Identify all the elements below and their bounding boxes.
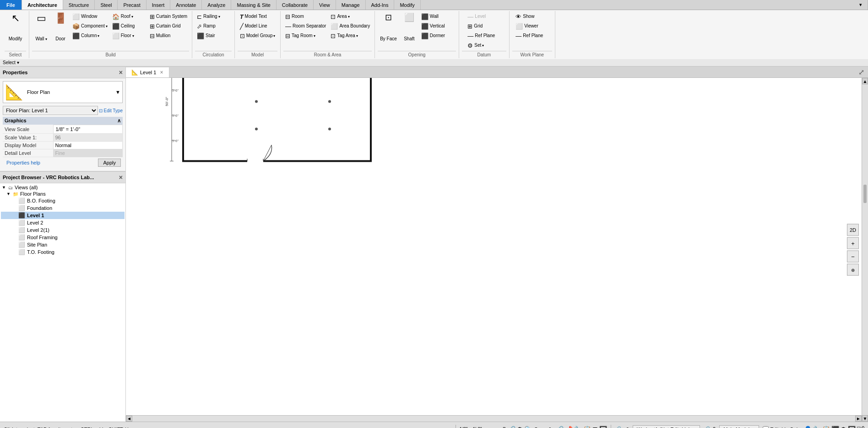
zoom-region-button[interactable]: ⊕ <box>847 264 859 276</box>
level1-tab[interactable]: 📐 Level 1 × <box>126 67 169 77</box>
model-select[interactable]: Main Model <box>719 425 759 428</box>
status-icon-12[interactable]: ⊞ <box>592 426 598 428</box>
status-right-icon-4[interactable]: ⬛ <box>831 426 839 428</box>
tree-floor-plans[interactable]: ▼ 📁 Floor Plans <box>1 191 125 197</box>
status-icon-2[interactable]: 🔗 <box>508 426 515 428</box>
tab-collaborate[interactable]: Collaborate <box>277 0 314 10</box>
status-icon-8[interactable]: 🔗 <box>556 426 564 428</box>
apply-button[interactable]: Apply <box>98 159 121 167</box>
edit-type-button[interactable]: ⊡ Edit Type <box>99 108 123 113</box>
workset-select[interactable]: Workset1 (Not Editable) <box>633 425 700 428</box>
scroll-down-button[interactable]: ▼ <box>862 415 868 422</box>
status-icon-1[interactable]: 🖨 <box>500 426 506 428</box>
views-expand[interactable]: ▼ <box>2 185 6 190</box>
status-icon-13[interactable]: 🔲 <box>599 426 607 428</box>
curtain-system-button[interactable]: ⊞ Curtain System <box>148 12 189 21</box>
ramp-button[interactable]: ⬀ Ramp <box>195 22 232 31</box>
tree-level-2-1[interactable]: ⬜ Level 2(1) <box>1 226 125 234</box>
roof-button[interactable]: 🏠 Roof▾ <box>110 12 147 21</box>
status-right-icon-6[interactable]: 🔲 <box>848 426 856 428</box>
floor-button[interactable]: ⬜ Floor▾ <box>110 31 147 40</box>
tab-view[interactable]: View <box>314 0 336 10</box>
tab-insert[interactable]: Insert <box>146 0 171 10</box>
ref-plane-button[interactable]: — Ref Plane <box>466 31 502 40</box>
tree-to-footing[interactable]: ⬜ T.O. Footing <box>1 248 125 256</box>
scroll-left-button[interactable]: ◄ <box>126 416 132 422</box>
editable-only-checkbox[interactable] <box>763 426 769 428</box>
tab-steel[interactable]: Steel <box>95 0 118 10</box>
show-button[interactable]: 👁 Show <box>514 12 550 21</box>
tag-area-button[interactable]: ⊡ Tag Area▾ <box>329 31 372 40</box>
mullion-button[interactable]: ⊟ Mullion <box>148 31 189 40</box>
tag-room-button[interactable]: ⊟ Tag Room▾ <box>283 31 328 40</box>
tree-bo-footing[interactable]: ⬜ B.O. Footing <box>1 197 125 204</box>
tree-roof-framing[interactable]: ⬜ Roof Framing <box>1 234 125 241</box>
ref-plane2-button[interactable]: — Ref Plane <box>514 31 550 40</box>
component-button[interactable]: 📦 Component▾ <box>71 22 109 31</box>
status-icon-5[interactable]: ⊕ <box>533 426 539 428</box>
floor-plan-select[interactable]: Floor Plan: Level 1 <box>3 106 98 115</box>
tab-addins[interactable]: Add-Ins <box>366 0 395 10</box>
zoom-fit-button[interactable]: 2D <box>847 224 859 236</box>
status-icon-9[interactable]: 📌 <box>565 426 573 428</box>
wall-button[interactable]: ▭ Wall▾ <box>32 12 50 43</box>
grid-button[interactable]: ⊞ Grid <box>466 22 502 31</box>
status-right-icon-5[interactable]: ⚙ <box>841 426 846 428</box>
level-button[interactable]: — Level <box>466 12 502 21</box>
by-face-button[interactable]: ⊡ By Face <box>378 12 399 43</box>
column-button[interactable]: ⬛ Column▾ <box>71 31 109 40</box>
tab-annotate[interactable]: Annotate <box>170 0 202 10</box>
status-icon-4[interactable]: 🔍 <box>524 426 532 428</box>
railing-button[interactable]: ⊏ Railing▾ <box>195 12 232 21</box>
shaft-button[interactable]: ⬜ Shaft <box>400 12 418 43</box>
scroll-right-button[interactable]: ► <box>855 416 862 422</box>
room-separator-button[interactable]: — Room Separator <box>283 22 328 31</box>
zoom-in-button[interactable]: + <box>847 237 859 249</box>
status-icon-11[interactable]: 📋 <box>583 426 591 428</box>
viewer-button[interactable]: ⬜ Viewer <box>514 22 550 31</box>
select-dropdown[interactable]: Select ▾ <box>3 60 19 65</box>
tab-close-button[interactable]: × <box>160 69 163 76</box>
area-button[interactable]: ⊡ Area▾ <box>329 12 372 21</box>
dormer-button[interactable]: ⬛ Dormer <box>419 31 456 40</box>
modify-button[interactable]: ↖ Modify <box>6 12 25 43</box>
tab-precast[interactable]: Precast <box>118 0 146 10</box>
tree-level-1[interactable]: ⬛ Level 1 <box>1 212 125 219</box>
pb-close[interactable]: × <box>119 174 123 181</box>
status-right-icon-2[interactable]: 🔧 <box>813 426 821 428</box>
set-button[interactable]: ⚙ Set▾ <box>466 41 502 50</box>
tab-modify[interactable]: Modify <box>394 0 420 10</box>
tab-manage[interactable]: Manage <box>336 0 366 10</box>
tab-architecture[interactable]: Architecture <box>22 0 63 10</box>
wall-opening-button[interactable]: ⬛ Wall <box>419 12 456 21</box>
model-group-button[interactable]: ⊡ Model Group▾ <box>238 31 277 40</box>
tree-views-all[interactable]: ▼ 🗂 Views (all) <box>1 184 125 191</box>
prop-value-scale-value[interactable]: 96 <box>53 134 123 142</box>
status-right-icon-1[interactable]: 👤 <box>804 426 812 428</box>
scroll-thumb[interactable] <box>863 185 867 203</box>
properties-close[interactable]: × <box>119 69 123 76</box>
tab-options[interactable]: ▾ <box>854 0 868 10</box>
curtain-grid-button[interactable]: ⊞ Curtain Grid <box>148 22 189 31</box>
tree-foundation[interactable]: ⬜ Foundation <box>1 204 125 212</box>
horizontal-scrollbar[interactable]: ◄ ► <box>126 415 862 422</box>
status-icon-10[interactable]: 🔧 <box>574 426 582 428</box>
stair-button[interactable]: ⬛ Stair <box>195 31 232 40</box>
prop-value-view-scale[interactable] <box>53 125 123 134</box>
model-line-button[interactable]: ╱ Model Line <box>238 22 277 31</box>
vertical-scrollbar[interactable]: ▲ ▼ <box>862 78 868 422</box>
tab-expand-button[interactable]: ⤢ <box>855 67 868 77</box>
window-button[interactable]: ⬜ Window <box>71 12 109 21</box>
zoom-out-button[interactable]: − <box>847 251 859 263</box>
properties-help-link[interactable]: Properties help <box>5 159 42 167</box>
graphics-section-header[interactable]: Graphics ∧ <box>3 117 123 125</box>
status-icon-6[interactable]: → <box>540 426 547 428</box>
prop-value-display-model[interactable]: Normal <box>53 142 123 149</box>
status-icon-3[interactable]: ⚙ <box>517 426 523 428</box>
tree-level-2[interactable]: ⬜ Level 2 <box>1 219 125 226</box>
tab-massing[interactable]: Massing & Site <box>231 0 276 10</box>
tree-site-plan[interactable]: ⬜ Site Plan <box>1 241 125 248</box>
vertical-button[interactable]: ⬛ Vertical <box>419 22 456 31</box>
tab-structure[interactable]: Structure <box>63 0 95 10</box>
floor-plans-expand[interactable]: ▼ <box>6 192 11 196</box>
